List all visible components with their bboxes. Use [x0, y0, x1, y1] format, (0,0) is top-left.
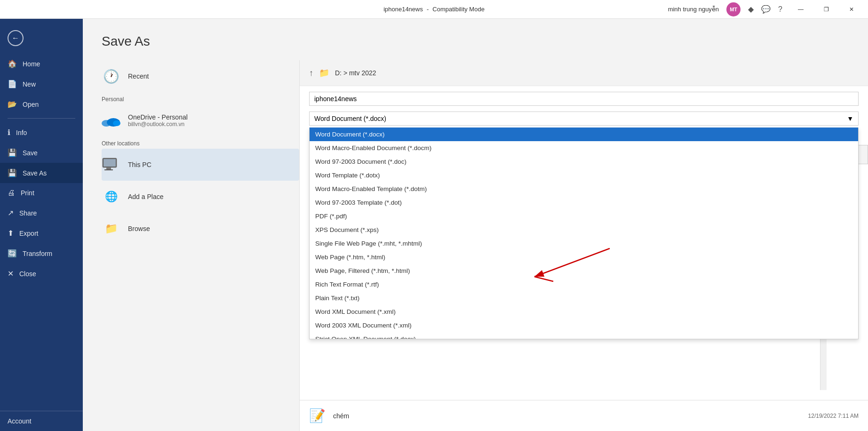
- print-icon: 🖨: [8, 189, 15, 197]
- minimize-button[interactable]: —: [790, 2, 812, 16]
- file-name: chém: [333, 412, 349, 420]
- section-personal-label: Personal: [102, 92, 299, 104]
- account-label: Account: [8, 417, 32, 425]
- format-label: Word XML Document (*.xml): [315, 308, 396, 315]
- back-circle-icon: ←: [8, 30, 24, 46]
- format-option-docm[interactable]: Word Macro-Enabled Document (*.docm): [310, 141, 858, 155]
- format-select-bar[interactable]: Word Document (*.docx) ▼: [309, 112, 859, 126]
- main-area: ← 🏠 Home 📄 New 📂 Open ℹ Info 💾 Save 💾 Sa…: [0, 19, 868, 431]
- sidebar-item-label: Print: [21, 189, 34, 197]
- add-place-text: Add a Place: [128, 193, 164, 200]
- file-panel: ↑ 📁 D: > mtv 2022 Word Document (*.docx)…: [299, 60, 868, 431]
- recent-label: Recent: [128, 72, 149, 80]
- format-area: Word Document (*.docx) ▼ Word Document (…: [300, 112, 868, 126]
- format-option-htm-filtered[interactable]: Web Page, Filtered (*.htm, *.html): [310, 264, 858, 278]
- format-option-xps[interactable]: XPS Document (*.xps): [310, 223, 858, 237]
- format-option-htm[interactable]: Web Page (*.htm, *.html): [310, 250, 858, 264]
- sidebar-item-home[interactable]: 🏠 Home: [0, 54, 83, 74]
- format-option-doc[interactable]: Word 97-2003 Document (*.doc): [310, 155, 858, 168]
- section-other-label: Other locations: [102, 136, 299, 149]
- sidebar-item-transform[interactable]: 🔄 Transform: [0, 243, 83, 263]
- user-initials: MT: [730, 7, 737, 12]
- title-bar-right: minh trung nguyễn MT ◆ 💬 ? — ❐ ✕: [668, 2, 862, 16]
- sidebar-item-label: Save: [23, 149, 38, 157]
- svg-rect-6: [104, 169, 113, 170]
- content-area: Save As 🕐 Recent Personal: [83, 19, 868, 431]
- sidebar-item-save[interactable]: 💾 Save: [0, 143, 83, 163]
- sidebar-item-export[interactable]: ⬆ Export: [0, 223, 83, 243]
- format-option-strict-docx[interactable]: Strict Open XML Document (*.docx): [310, 332, 858, 339]
- sidebar-item-open[interactable]: 📂 Open: [0, 94, 83, 114]
- sidebar-item-label: Save As: [23, 169, 47, 177]
- format-option-mht[interactable]: Single File Web Page (*.mht, *.mhtml): [310, 237, 858, 250]
- format-option-dotm[interactable]: Word Macro-Enabled Template (*.dotm): [310, 182, 858, 196]
- share-icon: ↗: [8, 208, 14, 217]
- sidebar-item-share[interactable]: ↗ Share: [0, 203, 83, 223]
- page-header: Save As: [83, 19, 868, 60]
- restore-button[interactable]: ❐: [815, 2, 837, 16]
- close-window-button[interactable]: ✕: [841, 2, 862, 16]
- sidebar-item-new[interactable]: 📄 New: [0, 74, 83, 94]
- diamond-icon[interactable]: ◆: [748, 5, 754, 14]
- sidebar-item-info[interactable]: ℹ Info: [0, 122, 83, 143]
- info-icon: ℹ: [8, 128, 10, 137]
- format-label: Word 97-2003 Document (*.doc): [315, 158, 406, 165]
- format-option-xml2003[interactable]: Word 2003 XML Document (*.xml): [310, 319, 858, 332]
- save-as-icon: 💾: [8, 168, 17, 177]
- format-label: Word 97-2003 Template (*.dot): [315, 199, 402, 206]
- up-arrow-icon[interactable]: ↑: [309, 68, 313, 78]
- document-name: iphone14news: [383, 6, 423, 13]
- format-option-dot[interactable]: Word 97-2003 Template (*.dot): [310, 196, 858, 209]
- breadcrumb: D: > mtv 2022: [335, 69, 376, 77]
- format-label: PDF (*.pdf): [315, 213, 347, 220]
- onedrive-text: OneDrive - Personal billvn@outlook.com.v…: [128, 113, 188, 128]
- user-name: minh trung nguyễn: [668, 6, 719, 13]
- format-label: XPS Document (*.xps): [315, 226, 379, 233]
- back-button[interactable]: ←: [0, 23, 83, 54]
- help-icon[interactable]: ?: [778, 5, 782, 14]
- format-option-txt[interactable]: Plain Text (*.txt): [310, 291, 858, 305]
- page-title: Save As: [102, 34, 849, 49]
- location-recent[interactable]: 🕐 Recent: [102, 60, 299, 92]
- svg-rect-5: [106, 168, 111, 169]
- window-controls: — ❐ ✕: [790, 2, 862, 16]
- folder-icon: 📁: [319, 68, 329, 78]
- format-label: Word Macro-Enabled Document (*.docm): [315, 144, 431, 152]
- format-option-pdf[interactable]: PDF (*.pdf): [310, 209, 858, 223]
- add-place-icon: 🌐: [102, 187, 120, 206]
- format-label: Word Macro-Enabled Template (*.dotm): [315, 185, 427, 192]
- sidebar-item-close[interactable]: ✕ Close: [0, 263, 83, 284]
- format-dropdown[interactable]: Word Document (*.docx) Word Macro-Enable…: [309, 128, 859, 339]
- location-add-place[interactable]: 🌐 Add a Place: [102, 181, 299, 213]
- document-title: iphone14news - Compatibility Mode: [383, 6, 485, 13]
- svg-point-2: [113, 120, 120, 126]
- format-option-xml[interactable]: Word XML Document (*.xml): [310, 305, 858, 319]
- user-avatar[interactable]: MT: [726, 2, 741, 16]
- format-option-rtf[interactable]: Rich Text Format (*.rtf): [310, 278, 858, 291]
- sidebar-item-print[interactable]: 🖨 Print: [0, 183, 83, 203]
- close-icon: ✕: [8, 269, 14, 278]
- file-list: 📝 chém 12/19/2022 7:11 AM: [300, 400, 868, 431]
- filename-input[interactable]: [309, 92, 859, 106]
- file-date: 12/19/2022 7:11 AM: [808, 413, 859, 419]
- transform-icon: 🔄: [8, 249, 17, 258]
- format-label: Word 2003 XML Document (*.xml): [315, 322, 412, 329]
- save-icon: 💾: [8, 148, 17, 157]
- account-area[interactable]: Account: [0, 411, 83, 431]
- dropdown-arrow-icon: ▼: [847, 115, 853, 122]
- onedrive-icon: [102, 111, 120, 130]
- format-option-docx[interactable]: Word Document (*.docx): [310, 128, 858, 141]
- sidebar: ← 🏠 Home 📄 New 📂 Open ℹ Info 💾 Save 💾 Sa…: [0, 19, 83, 431]
- location-browse[interactable]: 📁 Browse: [102, 213, 299, 245]
- new-icon: 📄: [8, 80, 17, 88]
- sidebar-item-save-as[interactable]: 💾 Save As: [0, 163, 83, 183]
- sidebar-item-label: Transform: [23, 250, 52, 257]
- file-item[interactable]: 📝 chém 12/19/2022 7:11 AM: [300, 404, 868, 427]
- format-option-dotx[interactable]: Word Template (*.dotx): [310, 168, 858, 182]
- svg-rect-4: [104, 159, 116, 167]
- location-this-pc[interactable]: This PC: [102, 149, 299, 181]
- recent-icon: 🕐: [102, 67, 120, 86]
- location-onedrive[interactable]: OneDrive - Personal billvn@outlook.com.v…: [102, 104, 299, 136]
- feedback-icon[interactable]: 💬: [761, 5, 771, 14]
- format-label: Web Page (*.htm, *.html): [315, 254, 385, 261]
